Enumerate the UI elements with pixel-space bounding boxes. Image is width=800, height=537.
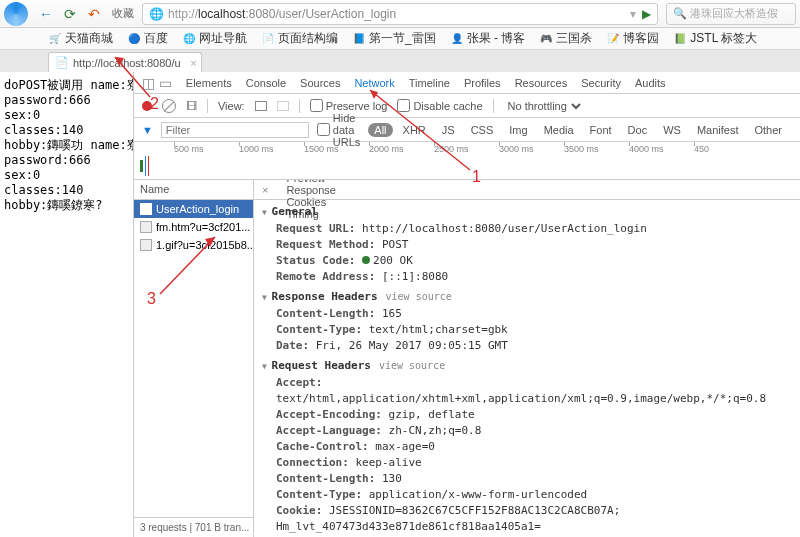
detail-tab-response[interactable]: Response (276, 184, 346, 196)
request-row[interactable]: 1.gif?u=3cf2015b8... (134, 236, 253, 254)
bookmark-item[interactable]: 📗JSTL 标签大 (673, 30, 757, 47)
bookmark-label: 百度 (144, 30, 168, 47)
bookmark-item[interactable]: 📘第一节_雷国 (352, 30, 436, 47)
filter-doc[interactable]: Doc (622, 123, 654, 137)
general-section: General Request URL: http://localhost:80… (262, 204, 792, 285)
browser-tab[interactable]: 📄 http://localhost:8080/u × (48, 52, 202, 72)
bookmark-icon: 📘 (352, 32, 366, 46)
header-row: Accept-Language: zh-CN,zh;q=0.8 (262, 423, 792, 439)
url-bar[interactable]: 🌐 http:// localhost :8080/user/UserActio… (142, 3, 658, 25)
filter-img[interactable]: Img (503, 123, 533, 137)
timeline-tick: 500 ms (174, 144, 204, 154)
devtools-tab-profiles[interactable]: Profiles (464, 77, 501, 89)
header-row: Content-Type: text/html;charset=gbk (262, 322, 792, 338)
timeline-tick: 3500 ms (564, 144, 599, 154)
page-body: doPOST被调用 name:寮犱笁 password:666 sex:0 cl… (0, 72, 800, 537)
bookmark-item[interactable]: 🔵百度 (127, 30, 168, 47)
devtools-tab-elements[interactable]: Elements (186, 77, 232, 89)
timeline-tick: 4000 ms (629, 144, 664, 154)
devtools-tab-sources[interactable]: Sources (300, 77, 340, 89)
header-row: Date: Fri, 26 May 2017 09:05:15 GMT (262, 338, 792, 354)
browser-logo (4, 2, 28, 26)
close-detail-icon[interactable]: × (254, 184, 276, 196)
undo-button[interactable]: ↶ (84, 4, 104, 24)
headers-panel: General Request URL: http://localhost:80… (254, 200, 800, 537)
bookmark-label: 博客园 (623, 30, 659, 47)
disable-cache-check[interactable]: Disable cache (397, 99, 482, 112)
request-headers-section: Request Headersview source Accept: text/… (262, 358, 792, 537)
back-button[interactable]: ← (36, 4, 56, 24)
preserve-log-check[interactable]: Preserve log (310, 99, 388, 112)
filter-other[interactable]: Other (748, 123, 788, 137)
url-dropdown-icon[interactable]: ▾ (630, 7, 636, 21)
response-headers-header[interactable]: Response Headersview source (262, 289, 792, 306)
filter-xhr[interactable]: XHR (397, 123, 432, 137)
request-row[interactable]: fm.htm?u=3cf201... (134, 218, 253, 236)
tab-close-icon[interactable]: × (190, 57, 196, 69)
header-row: Status Code: 200 OK (262, 253, 792, 269)
timeline-marker (145, 156, 146, 176)
bookmark-label: JSTL 标签大 (690, 30, 757, 47)
small-rows-icon[interactable] (277, 101, 289, 111)
bookmark-item[interactable]: 🛒天猫商城 (48, 30, 113, 47)
bookmark-item[interactable]: 👤张果 - 博客 (450, 30, 526, 47)
search-bar[interactable]: 🔍 港珠回应大桥造假 (666, 3, 796, 25)
dock-controls[interactable]: ◫ ▭ (142, 75, 172, 91)
timeline-tick: 450 (694, 144, 709, 154)
request-headers-header[interactable]: Request Headersview source (262, 358, 792, 375)
general-header[interactable]: General (262, 204, 792, 221)
bookmark-item[interactable]: 🌐网址导航 (182, 30, 247, 47)
request-name: 1.gif?u=3cf2015b8... (156, 239, 253, 251)
bookmark-label: 第一节_雷国 (369, 30, 436, 47)
bookmark-icon: 📄 (261, 32, 275, 46)
bookmark-icon: 🎮 (539, 32, 553, 46)
url-go-icon[interactable]: ▶ (642, 7, 651, 21)
response-headers-section: Response Headersview source Content-Leng… (262, 289, 792, 354)
filter-css[interactable]: CSS (465, 123, 500, 137)
bookmark-item[interactable]: 📄页面结构编 (261, 30, 338, 47)
clear-button[interactable] (162, 99, 176, 113)
filter-js[interactable]: JS (436, 123, 461, 137)
timeline-tick: 1000 ms (239, 144, 274, 154)
filter-font[interactable]: Font (584, 123, 618, 137)
bookmark-icon: 📗 (673, 32, 687, 46)
bookmark-label: 天猫商城 (65, 30, 113, 47)
devtools-tab-security[interactable]: Security (581, 77, 621, 89)
bookmarks-bar: 🛒天猫商城🔵百度🌐网址导航📄页面结构编📘第一节_雷国👤张果 - 博客🎮三国杀📝博… (0, 28, 800, 50)
bookmark-item[interactable]: 📝博客园 (606, 30, 659, 47)
header-row: Cookie: JSESSIONID=8362C67C5CFF152F88AC1… (262, 503, 792, 535)
browser-tabs: 📄 http://localhost:8080/u × (0, 50, 800, 72)
funnel-icon[interactable]: ▼ (142, 124, 153, 136)
status-dot-icon (362, 256, 370, 264)
bookmark-item[interactable]: 🎮三国杀 (539, 30, 592, 47)
search-icon: 🔍 (673, 7, 687, 20)
header-row: Accept: text/html,application/xhtml+xml,… (262, 375, 792, 407)
network-timeline[interactable]: 500 ms1000 ms1500 ms2000 ms2500 ms3000 m… (134, 142, 800, 180)
record-button[interactable] (142, 101, 152, 111)
capture-icon[interactable]: 🎞 (186, 100, 197, 112)
header-row: Content-Type: application/x-www-form-url… (262, 487, 792, 503)
name-column-header[interactable]: Name (134, 180, 253, 200)
filter-ws[interactable]: WS (657, 123, 687, 137)
filter-input[interactable] (161, 122, 309, 138)
filter-all[interactable]: All (368, 123, 392, 137)
header-row: Content-Length: 165 (262, 306, 792, 322)
browser-toolbar: ← ⟳ ↶ 收藏 🌐 http:// localhost :8080/user/… (0, 0, 800, 28)
refresh-button[interactable]: ⟳ (60, 4, 80, 24)
separator (299, 99, 300, 113)
large-rows-icon[interactable] (255, 101, 267, 111)
url-host: localhost (198, 7, 245, 21)
header-row: Connection: keep-alive (262, 455, 792, 471)
detail-tabs: × HeadersPreviewResponseCookiesTiming (254, 180, 800, 200)
devtools-tab-console[interactable]: Console (246, 77, 286, 89)
filter-media[interactable]: Media (538, 123, 580, 137)
throttling-select[interactable]: No throttling (504, 99, 584, 113)
bookmark-icon: 🌐 (182, 32, 196, 46)
filter-manifest[interactable]: Manifest (691, 123, 745, 137)
favorite-label[interactable]: 收藏 (112, 6, 134, 21)
request-row[interactable]: UserAction_login (134, 200, 253, 218)
devtools-tab-timeline[interactable]: Timeline (409, 77, 450, 89)
devtools-tab-network[interactable]: Network (354, 77, 394, 89)
devtools-tab-resources[interactable]: Resources (515, 77, 568, 89)
devtools-tab-audits[interactable]: Audits (635, 77, 666, 89)
